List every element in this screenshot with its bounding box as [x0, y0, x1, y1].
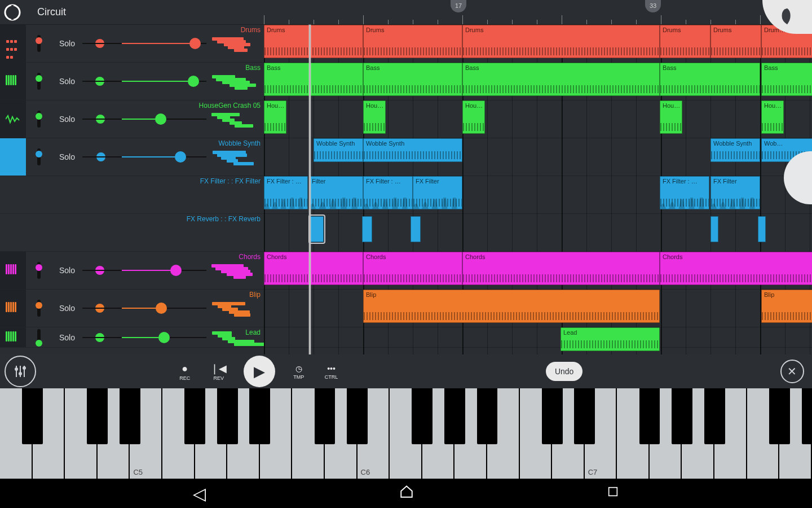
instrument-icon[interactable] — [0, 138, 26, 176]
track-head-wobble[interactable]: SoloWobble Synth — [0, 138, 264, 176]
black-key[interactable] — [347, 388, 368, 444]
playhead[interactable] — [309, 25, 311, 354]
black-key[interactable] — [87, 388, 108, 444]
clip[interactable]: Wobble Synth — [363, 138, 462, 162]
clip[interactable] — [758, 216, 766, 242]
clip[interactable]: FX Filter — [710, 176, 760, 209]
clip[interactable]: Drums — [710, 25, 761, 58]
clip[interactable]: Bass — [462, 63, 660, 96]
mute-toggle[interactable] — [26, 100, 52, 138]
solo-button[interactable]: Solo — [52, 333, 82, 342]
clip[interactable]: Hou… — [761, 100, 784, 134]
volume-slider[interactable] — [122, 301, 206, 315]
track-head-blip[interactable]: SoloBlip — [0, 290, 264, 327]
clip[interactable]: FX Filter — [413, 176, 462, 209]
black-key[interactable] — [574, 388, 595, 444]
clip[interactable] — [362, 216, 372, 242]
pan-knob[interactable] — [82, 115, 122, 124]
tempo-button[interactable]: ◷TMP — [293, 363, 304, 380]
black-key[interactable] — [769, 388, 790, 444]
black-key[interactable] — [249, 388, 270, 444]
clip[interactable]: Bass — [363, 63, 462, 96]
volume-slider[interactable] — [122, 150, 206, 164]
volume-slider[interactable] — [122, 264, 206, 277]
mute-toggle[interactable] — [26, 252, 52, 289]
black-key[interactable] — [542, 388, 563, 444]
instrument-icon[interactable] — [0, 327, 26, 347]
undo-button[interactable]: Undo — [546, 362, 582, 381]
black-key[interactable] — [444, 388, 465, 444]
solo-button[interactable]: Solo — [52, 152, 82, 161]
clip[interactable]: Hou… — [264, 100, 286, 134]
ruler-marker[interactable]: 33 — [645, 0, 661, 12]
black-key[interactable] — [477, 388, 498, 444]
pan-knob[interactable] — [82, 333, 122, 342]
lane-bass[interactable]: BassBassBassBassBass — [264, 63, 812, 100]
nav-back-icon[interactable]: ◁ — [193, 484, 206, 503]
clip[interactable]: Blip — [761, 290, 812, 323]
pan-knob[interactable] — [82, 266, 122, 275]
clip[interactable]: Wobble Synth — [314, 138, 363, 162]
instrument-icon[interactable] — [0, 63, 26, 100]
mute-toggle[interactable] — [26, 290, 52, 327]
close-button[interactable]: ✕ — [780, 360, 804, 383]
clip[interactable]: Lead — [561, 327, 660, 351]
black-key[interactable] — [672, 388, 692, 444]
mute-toggle[interactable] — [26, 25, 52, 62]
volume-slider[interactable] — [122, 331, 206, 344]
nav-recent-icon[interactable] — [607, 485, 619, 501]
clip[interactable]: Bass — [264, 63, 363, 96]
clip[interactable]: Chords — [660, 252, 812, 285]
solo-button[interactable]: Solo — [52, 39, 82, 48]
clip[interactable]: FX Filter : … — [660, 176, 709, 209]
volume-slider[interactable] — [122, 75, 206, 88]
black-key[interactable] — [704, 388, 725, 444]
play-button[interactable]: ▶ — [244, 356, 275, 387]
rewind-button[interactable]: ❘◀REV — [212, 362, 226, 381]
black-key[interactable] — [412, 388, 433, 444]
nav-home-icon[interactable] — [399, 484, 414, 502]
lane-crash[interactable]: Hou…Hou…Hou…Hou…Hou… — [264, 100, 812, 138]
mute-toggle[interactable] — [26, 63, 52, 100]
clip[interactable]: Hou… — [660, 100, 682, 134]
track-head-crash[interactable]: SoloHouseGen Crash 05 — [0, 100, 264, 138]
lane-chords[interactable]: ChordsChordsChordsChords — [264, 252, 812, 290]
lane-blip[interactable]: BlipBlip — [264, 290, 812, 327]
pan-knob[interactable] — [82, 77, 122, 86]
lane-fxreverb[interactable] — [264, 214, 812, 252]
ctrl-button[interactable]: •••CTRL — [325, 363, 338, 380]
clip[interactable] — [411, 216, 421, 242]
clip[interactable] — [710, 216, 718, 242]
track-head-fxfilter[interactable]: FX Filter : : FX Filter — [0, 176, 264, 214]
lane-drums[interactable]: DrumsDrumsDrumsDrumsDrumsDrum… — [264, 25, 812, 63]
pan-knob[interactable] — [82, 39, 122, 48]
solo-button[interactable]: Solo — [52, 304, 82, 313]
track-head-drums[interactable]: SoloDrums — [0, 25, 264, 63]
clip[interactable]: Chords — [462, 252, 660, 285]
ruler[interactable]: 1733 — [264, 0, 812, 25]
black-key[interactable] — [315, 388, 336, 444]
instrument-icon[interactable] — [0, 25, 26, 62]
black-key[interactable] — [184, 388, 205, 444]
pan-knob[interactable] — [82, 152, 122, 161]
instrument-icon[interactable] — [0, 100, 26, 138]
instrument-icon[interactable] — [0, 290, 26, 327]
clip[interactable]: Bass — [660, 63, 760, 96]
track-head-fxreverb[interactable]: FX Reverb : : FX Reverb — [0, 214, 264, 252]
clip[interactable]: Bass — [761, 63, 812, 96]
black-key[interactable] — [802, 388, 812, 444]
clip[interactable]: Drums — [660, 25, 710, 58]
black-key[interactable] — [639, 388, 660, 444]
clip[interactable]: FX Filter : … — [363, 176, 413, 209]
project-title[interactable]: Circuit — [37, 6, 66, 18]
ruler-marker[interactable]: 17 — [451, 0, 466, 12]
clip[interactable]: Hou… — [462, 100, 485, 134]
black-key[interactable] — [120, 388, 140, 444]
mute-toggle[interactable] — [26, 138, 52, 176]
mixer-button[interactable] — [5, 356, 36, 387]
timeline[interactable]: 1733 DrumsDrumsDrumsDrumsDrumsDrum…BassB… — [264, 0, 812, 354]
solo-button[interactable]: Solo — [52, 266, 82, 275]
clip[interactable]: Drums — [264, 25, 363, 58]
lane-lead[interactable]: Lead — [264, 327, 812, 348]
volume-slider[interactable] — [122, 112, 206, 126]
